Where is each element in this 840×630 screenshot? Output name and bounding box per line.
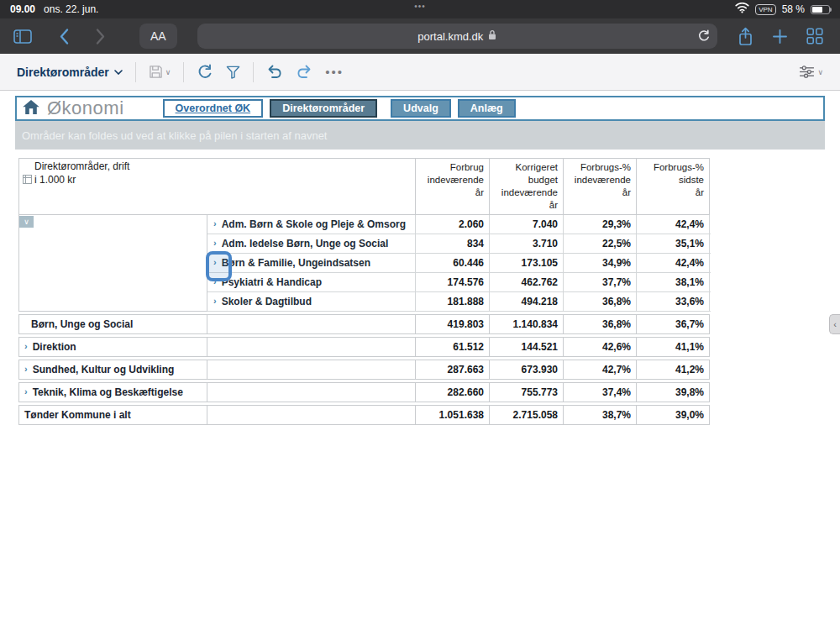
column-header: Forbrug indeværende år [416,158,490,215]
filter-icon[interactable] [226,66,240,79]
cell-value: 174.576 [416,273,490,291]
cell-value: 36,8% [564,292,637,311]
cell-value: 42,4% [637,215,710,234]
save-button[interactable]: ∨ [149,65,171,79]
toolbar-divider [253,62,254,82]
clock: 09.00 [10,3,35,15]
empty-cell [207,360,416,380]
reader-button[interactable]: AA [139,24,177,49]
cell-value: 2.060 [416,215,490,234]
cell-value: 38,7% [564,405,637,425]
cell-value: 42,6% [564,337,637,357]
table-subtotal-row: Børn, Unge og Social 419.803 1.140.834 3… [18,314,711,334]
table-row: ›Adm. ledelse Børn, Unge og Social 834 3… [207,234,711,254]
cell-value: 834 [416,234,490,253]
empty-cell [207,337,416,357]
table-header-row: Direktørområder, drift i 1.000 kr Forbru… [18,158,711,215]
cell-value: 755.773 [490,382,564,402]
forward-icon[interactable] [95,28,106,45]
hint-text: Områder kan foldes ud ved at klikke på p… [22,129,327,142]
pivot-table: Direktørområder, drift i 1.000 kr Forbru… [18,158,711,425]
cell-value: 29,3% [564,215,637,234]
cell-value: 173.105 [490,254,564,272]
empty-cell [207,314,416,334]
corner-label: Direktørområder, drift i 1.000 kr [34,160,129,213]
address-bar[interactable]: portal.kmd.dk [197,24,717,49]
cell-value: 462.762 [490,273,564,291]
cell-value: 41,1% [637,337,710,357]
cell-value: 37,4% [564,382,637,402]
row-label: Sundhed, Kultur og Udvikling [33,364,175,375]
display-options-chevron-icon: ∨ [817,68,823,76]
cell-value: 3.710 [490,234,564,253]
cell-value: 22,5% [564,234,637,253]
empty-cell [207,405,416,425]
column-header: Forbrugs-% indeværende år [564,158,637,215]
cell-value: 7.040 [490,215,564,234]
row-expand-icon[interactable]: › [213,219,217,228]
row-label: Adm. ledelse Børn, Unge og Social [222,238,389,249]
back-icon[interactable] [59,28,70,45]
battery-percent: 58 % [782,3,805,15]
row-label: Adm. Børn & Skole og Pleje & Omsorg [222,218,406,230]
tab-overview-icon[interactable] [806,28,823,45]
row-label: Børn & Familie, Ungeindsatsen [222,257,370,269]
table-row: ›Psykiatri & Handicap 174.576 462.762 37… [207,273,711,292]
table-row: ›Direktion 61.512 144.521 42,6% 41,1% [18,337,711,357]
table-row: ›Børn & Familie, Ungeindsatsen 60.446 17… [207,254,711,273]
cell-value: 1.051.638 [416,405,490,425]
cell-value: 1.140.834 [490,314,564,334]
row-expand-icon[interactable]: › [24,342,28,351]
row-expand-icon[interactable]: › [213,297,217,306]
display-options-icon[interactable]: ∨ [799,66,823,78]
share-icon[interactable] [738,27,753,46]
redo-icon[interactable] [296,65,312,79]
column-header: Forbrugs-% sidste år [637,158,710,215]
cell-value: 35,1% [637,234,710,253]
hint-banner: Områder kan foldes ud ved at klikke på p… [15,121,825,150]
lock-icon [488,29,496,43]
tab-overordnet-ok[interactable]: Overordnet ØK [163,99,264,118]
wifi-icon [735,3,749,16]
empty-cell [207,382,416,402]
row-label: Psykiatri & Handicap [222,276,322,288]
row-label: Skoler & Dagtilbud [222,296,312,307]
row-label: Teknik, Klima og Beskæftigelse [33,386,183,398]
cell-value: 2.715.058 [490,405,564,425]
page-header: Økonomi Overordnet ØK Direktørområder Ud… [15,96,825,121]
cell-value: 34,9% [564,254,637,272]
tab-anlaeg[interactable]: Anlæg [458,99,516,118]
toolbar-divider [135,62,136,82]
tab-direktoromrader[interactable]: Direktørområder [270,99,377,118]
home-icon[interactable] [22,99,40,118]
cell-value: 37,7% [564,273,637,291]
row-expand-icon[interactable]: › [24,387,28,396]
reload-icon[interactable] [697,29,711,45]
cell-value: 33,6% [637,292,710,311]
view-selector-dropdown[interactable]: Direktørområder [17,66,123,79]
browser-toolbar: AA portal.kmd.dk [0,18,840,54]
cell-value: 61.512 [416,337,490,357]
cell-value: 36,7% [637,314,710,334]
collapse-toggle[interactable]: ∨ [19,216,34,228]
cell-value: 42,4% [637,254,710,272]
cell-value: 494.218 [490,292,564,311]
scroll-left-tab[interactable]: ‹ [829,314,840,334]
app-toolbar: Direktørområder ∨ ••• [0,54,840,91]
table-row: ›Adm. Børn & Skole og Pleje & Omsorg 2.0… [207,215,711,234]
tab-udvalg[interactable]: Udvalg [391,99,451,118]
status-bar: 09.00 ons. 22. jun. ••• VPN 58 % [0,0,840,18]
more-button[interactable]: ••• [325,65,344,79]
sidebar-icon[interactable] [13,29,32,44]
undo-icon[interactable] [266,65,283,79]
date: ons. 22. jun. [44,3,98,15]
new-tab-icon[interactable] [772,29,788,45]
refresh-icon[interactable] [197,64,213,81]
pivot-icon[interactable] [23,161,32,213]
toolbar-divider [183,62,184,82]
row-expand-icon[interactable]: › [24,365,28,374]
row-label: Direktion [33,341,76,353]
tap-highlight [206,251,232,281]
cell-value: 36,8% [564,314,637,334]
row-expand-icon[interactable]: › [213,239,217,248]
